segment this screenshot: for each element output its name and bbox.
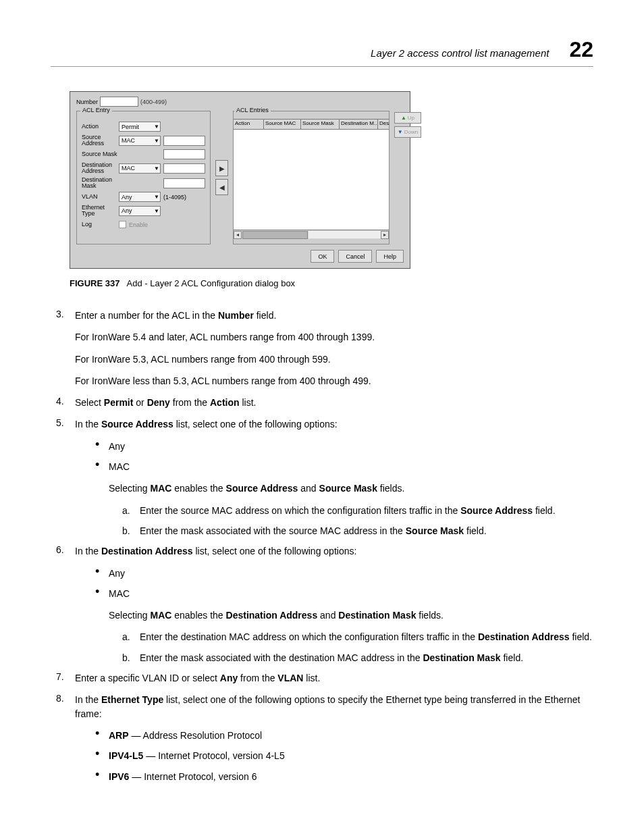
source-mask-label: Source Mask xyxy=(82,151,119,157)
triangle-up-icon: ▲ xyxy=(401,115,406,121)
text: list, select one of the following option… xyxy=(193,546,357,556)
text: field. xyxy=(533,505,555,516)
text: — Address Resolution Protocol xyxy=(129,730,263,741)
source-address-value: MAC xyxy=(122,137,135,144)
text: and xyxy=(298,483,319,494)
vlan-select[interactable]: Any ▼ xyxy=(119,192,161,202)
vlan-value: Any xyxy=(122,194,132,201)
scroll-left-icon[interactable]: ◂ xyxy=(234,231,242,239)
bullet-ipv4: IPV4-L5 — Internet Protocol, version 4-L… xyxy=(95,749,593,762)
dest-address-input[interactable] xyxy=(163,163,205,174)
text: enables the xyxy=(171,483,225,494)
move-right-button[interactable]: ▶ xyxy=(215,160,228,176)
bullet-mac: MAC Selecting MAC enables the Source Add… xyxy=(95,460,593,538)
text: from the xyxy=(238,673,277,683)
text: In the xyxy=(75,546,101,556)
th-source-mac: Source MAC xyxy=(264,120,301,129)
vlan-hint: (1-4095) xyxy=(163,194,186,201)
text-bold: Source Mask xyxy=(406,525,464,536)
instruction-list: Enter a number for the ACL in the Number… xyxy=(51,309,593,783)
text-bold: VLAN xyxy=(277,673,303,683)
text: field. xyxy=(254,310,276,321)
step-5b: Enter the mask associated with the sourc… xyxy=(122,524,593,538)
text-bold: Number xyxy=(218,310,254,321)
dest-address-select[interactable]: MAC ▼ xyxy=(119,163,161,174)
bullet-any: Any xyxy=(95,567,593,580)
text-bold: Ethernet Type xyxy=(101,694,163,705)
horizontal-scrollbar[interactable]: ◂ ▸ xyxy=(234,230,389,239)
acl-entry-panel: ACL Entry Action Permit ▼ Source Address… xyxy=(76,111,211,244)
number-input[interactable] xyxy=(100,97,138,107)
text: list, select one of the following option… xyxy=(173,419,338,429)
text: Enter the source MAC address on which th… xyxy=(140,505,460,516)
text: from the xyxy=(170,397,210,408)
text-bold: MAC xyxy=(150,610,171,621)
text-bold: Source Address xyxy=(460,505,533,516)
move-down-button[interactable]: ▼ Down xyxy=(394,126,421,138)
text: In the xyxy=(75,419,101,429)
source-address-input[interactable] xyxy=(163,136,205,146)
text: field. xyxy=(464,525,486,536)
text-bold: Destination Address xyxy=(101,546,193,556)
dest-mask-input[interactable] xyxy=(163,178,205,188)
step-7: Enter a specific VLAN ID or select Any f… xyxy=(51,671,593,685)
dialog-footer: OK Cancel Help xyxy=(76,250,404,263)
move-left-button[interactable]: ◀ xyxy=(215,179,228,195)
text: or xyxy=(133,397,146,408)
text: Selecting xyxy=(109,610,150,621)
text: Enter the mask associated with the desti… xyxy=(140,652,423,663)
entries-table-header: Action Source MAC Source Mask Destinatio… xyxy=(234,119,389,130)
text-bold: Destination Address xyxy=(226,610,318,621)
step-3: Enter a number for the ACL in the Number… xyxy=(51,309,593,388)
text-bold: Destination Mask xyxy=(338,610,416,621)
figure-caption-text: Add - Layer 2 ACL Configuration dialog b… xyxy=(127,278,296,288)
text: For IronWare less than 5.3, ACL numbers … xyxy=(75,374,593,388)
eth-type-value: Any xyxy=(122,207,132,214)
source-mask-input[interactable] xyxy=(163,149,205,159)
text: For IronWare 5.3, ACL numbers range from… xyxy=(75,353,593,366)
text-bold: IPV6 xyxy=(109,771,129,782)
text-bold: Deny xyxy=(147,397,170,408)
dest-mask-label: Destination Mask xyxy=(82,177,119,189)
eth-type-label: Ethernet Type xyxy=(82,205,119,217)
step-8: In the Ethernet Type list, select one of… xyxy=(51,693,593,783)
transfer-arrows: ▶ ◀ xyxy=(215,111,228,244)
header-page-number: 22 xyxy=(569,37,593,62)
acl-entries-title: ACL Entries xyxy=(234,107,271,113)
text: list. xyxy=(240,397,257,408)
text-bold: IPV4-L5 xyxy=(109,750,143,761)
step-5a: Enter the source MAC address on which th… xyxy=(122,504,593,517)
log-checkbox[interactable] xyxy=(119,221,126,228)
action-label: Action xyxy=(82,124,119,130)
eth-type-select[interactable]: Any ▼ xyxy=(119,206,161,216)
text-bold: MAC xyxy=(150,483,171,494)
step-6: In the Destination Address list, select … xyxy=(51,544,593,664)
dest-address-label: Destination Address xyxy=(82,162,119,174)
scroll-thumb[interactable] xyxy=(242,231,308,239)
ok-button[interactable]: OK xyxy=(311,250,334,263)
text-bold: ARP xyxy=(109,730,129,741)
source-address-select[interactable]: MAC ▼ xyxy=(119,136,161,146)
text: fields. xyxy=(416,610,443,621)
move-up-button[interactable]: ▲ Up xyxy=(394,112,421,124)
number-label: Number xyxy=(76,99,98,105)
text: Enter a specific VLAN ID or select xyxy=(75,673,220,683)
help-button[interactable]: Help xyxy=(376,250,404,263)
cancel-button[interactable]: Cancel xyxy=(338,250,372,263)
text: Enter the mask associated with the sourc… xyxy=(140,525,406,536)
chevron-down-icon: ▼ xyxy=(154,194,159,200)
text-bold: Any xyxy=(220,673,238,683)
number-range-hint: (400-499) xyxy=(140,99,167,105)
chevron-down-icon: ▼ xyxy=(154,124,159,130)
text: MAC xyxy=(109,587,593,600)
th-action: Action xyxy=(234,120,264,129)
step-6b: Enter the mask associated with the desti… xyxy=(122,651,593,664)
bullet-mac: MAC Selecting MAC enables the Destinatio… xyxy=(95,587,593,664)
text: fields. xyxy=(377,483,404,494)
bullet-ipv6: IPV6 — Internet Protocol, version 6 xyxy=(95,770,593,783)
acl-entry-title: ACL Entry xyxy=(80,107,112,113)
log-label: Log xyxy=(82,221,119,228)
scroll-right-icon[interactable]: ▸ xyxy=(381,231,389,239)
header-title: Layer 2 access control list management xyxy=(371,47,549,59)
action-select[interactable]: Permit ▼ xyxy=(119,122,161,132)
